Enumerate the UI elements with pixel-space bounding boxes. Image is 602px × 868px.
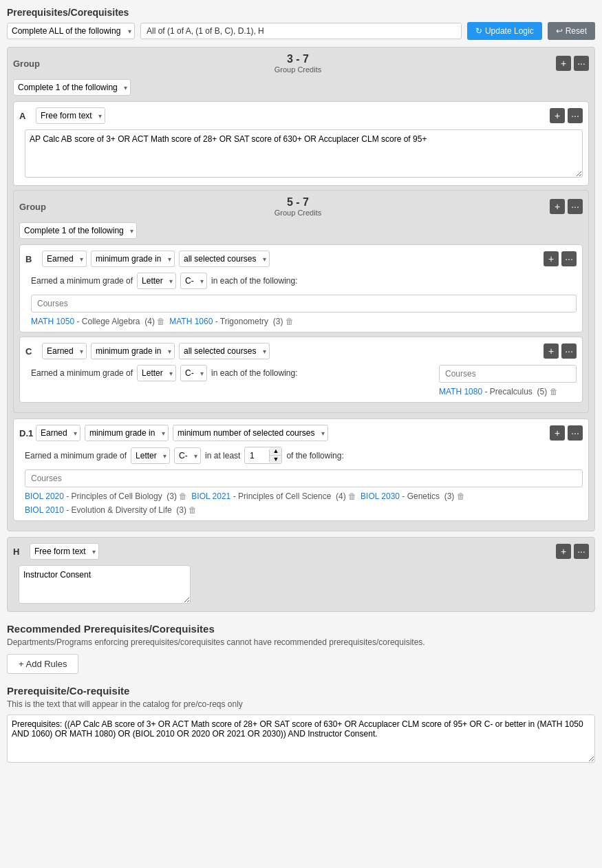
item-b-grade-type-select[interactable]: Letter [137, 273, 176, 289]
recommended-section: Recommended Prerequisites/Corequisites D… [7, 623, 595, 674]
item-d1-earned-select[interactable]: Earned [36, 425, 80, 441]
inner-credits-range: 5 - 7 [275, 196, 321, 209]
item-c-grade-type-wrap[interactable]: Letter [137, 365, 176, 381]
inner-group-more-button[interactable]: ··· [568, 199, 583, 214]
item-a-type-select[interactable]: Free form text [36, 107, 105, 124]
list-item: MATH 1050 - College Algebra (4) 🗑 [31, 317, 165, 326]
item-b-mingrade-select[interactable]: minimum grade in [91, 251, 175, 267]
list-item: BIOL 2030 - Genetics (3) 🗑 [361, 491, 465, 501]
item-b-mingrade-wrap[interactable]: minimum grade in [91, 251, 175, 267]
item-c-add-button[interactable]: + [544, 343, 559, 359]
item-h-buttons: + ··· [556, 544, 589, 559]
list-item: MATH 1080 - Precalculus (5) 🗑 [439, 387, 558, 396]
item-a-textarea[interactable]: AP Calc AB score of 3+ OR ACT Math score… [25, 129, 583, 178]
outer-group-header: Group 3 - 7 Group Credits + ··· [13, 53, 589, 74]
item-a-type-select-wrap[interactable]: Free form text [36, 107, 105, 124]
item-b-earned-wrap[interactable]: Earned [42, 251, 87, 267]
complete-all-select[interactable]: Complete ALL of the following [7, 23, 135, 39]
delete-icon[interactable]: 🗑 [157, 317, 165, 326]
item-d1-grade-value-wrap[interactable]: C- [174, 447, 201, 464]
item-a: A Free form text + ··· AP Calc AB score … [13, 101, 589, 186]
item-b-grade-value-select[interactable]: C- [180, 273, 207, 289]
outer-group-buttons: + ··· [556, 56, 589, 71]
item-b-grade-type-wrap[interactable]: Letter [137, 273, 176, 289]
item-c-grade-prefix: Earned a minimum grade of [31, 368, 133, 378]
inner-complete-select-wrap[interactable]: Complete 1 of the following [19, 222, 137, 239]
item-c-earned-select[interactable]: Earned [42, 343, 87, 359]
item-c-mingrade-wrap[interactable]: minimum grade in [91, 343, 175, 359]
reset-button[interactable]: ↩ Reset [548, 22, 595, 40]
inner-credits-label: Group Credits [275, 209, 321, 217]
catalog-text-area[interactable]: Prerequisites: ((AP Calc AB score of 3+ … [7, 714, 595, 763]
complete-all-select-wrap[interactable]: Complete ALL of the following [7, 23, 135, 39]
item-b-content: Earned a minimum grade of Letter C- in e… [25, 273, 577, 326]
item-a-more-button[interactable]: ··· [568, 108, 583, 123]
delete-icon[interactable]: 🗑 [286, 317, 294, 326]
add-rules-button[interactable]: + Add Rules [7, 654, 78, 674]
inner-group: Group 5 - 7 Group Credits + ··· Complete… [13, 190, 589, 413]
recommended-title: Recommended Prerequisites/Corequisites [7, 623, 595, 635]
item-d1-mingrade-select[interactable]: minimum grade in [85, 425, 169, 441]
item-d1-allsel-wrap[interactable]: minimum number of selected courses [173, 425, 328, 441]
item-b-allsel-select[interactable]: all selected courses [179, 251, 270, 267]
item-c-earned-wrap[interactable]: Earned [42, 343, 87, 359]
item-h-type-select[interactable]: Free form text [30, 543, 99, 560]
delete-icon[interactable]: 🗑 [348, 491, 356, 501]
item-b-more-button[interactable]: ··· [561, 251, 577, 266]
item-c-allsel-select[interactable]: all selected courses [179, 343, 270, 359]
item-h-more-button[interactable]: ··· [574, 544, 589, 559]
item-d1-stepper[interactable]: ▲ ▼ [244, 447, 282, 464]
item-c-grade-value-wrap[interactable]: C- [180, 365, 207, 381]
item-h-textarea[interactable]: Instructor Consent [19, 565, 191, 604]
delete-icon[interactable]: 🗑 [550, 387, 558, 396]
outer-group-label: Group [13, 59, 40, 69]
item-d1-count-input[interactable] [245, 449, 270, 462]
item-c-allsel-wrap[interactable]: all selected courses [179, 343, 270, 359]
item-c-buttons: + ··· [544, 343, 577, 359]
item-b-id: B [25, 254, 38, 264]
item-h-add-button[interactable]: + [556, 544, 571, 559]
item-d1-mingrade-wrap[interactable]: minimum grade in [85, 425, 169, 441]
delete-icon[interactable]: 🗑 [189, 505, 197, 515]
outer-complete-select[interactable]: Complete 1 of the following [13, 79, 131, 96]
outer-complete-select-wrap[interactable]: Complete 1 of the following [13, 79, 131, 96]
item-d1-more-button[interactable]: ··· [568, 425, 583, 441]
item-c-id: C [25, 346, 38, 357]
item-d1-grade-type-wrap[interactable]: Letter [131, 447, 170, 464]
item-d1-grade-type-select[interactable]: Letter [131, 447, 170, 464]
item-b-grade-prefix: Earned a minimum grade of [31, 276, 133, 286]
item-h-header: H Free form text + ··· [13, 543, 589, 560]
item-b-allsel-wrap[interactable]: all selected courses [179, 251, 270, 267]
item-b-grade-suffix: in each of the following: [211, 276, 297, 286]
item-c-grade-value-select[interactable]: C- [180, 365, 207, 381]
item-d1-grade-value-select[interactable]: C- [174, 447, 201, 464]
list-item: BIOL 2010 - Evolution & Diversity of Lif… [25, 505, 197, 515]
item-b-earned-select[interactable]: Earned [42, 251, 87, 267]
item-d1-add-button[interactable]: + [550, 425, 565, 441]
inner-group-add-button[interactable]: + [550, 199, 565, 214]
delete-icon[interactable]: 🗑 [457, 491, 465, 501]
item-c-grade-type-select[interactable]: Letter [137, 365, 176, 381]
item-c-more-button[interactable]: ··· [561, 343, 577, 359]
item-a-id: A [19, 111, 32, 121]
update-logic-button[interactable]: ↻ Update Logic [467, 22, 542, 40]
item-b-grade-value-wrap[interactable]: C- [180, 273, 207, 289]
outer-group-add-button[interactable]: + [556, 56, 571, 71]
inner-complete-select[interactable]: Complete 1 of the following [19, 222, 137, 239]
item-a-add-button[interactable]: + [550, 108, 565, 123]
item-h-type-select-wrap[interactable]: Free form text [30, 543, 99, 560]
item-c-courses-input[interactable] [439, 365, 577, 383]
delete-icon[interactable]: 🗑 [179, 491, 187, 501]
item-b-courses-input[interactable] [31, 295, 577, 313]
item-a-buttons: + ··· [550, 108, 583, 123]
outer-group-more-button[interactable]: ··· [574, 56, 589, 71]
stepper-down-button[interactable]: ▼ [270, 456, 281, 463]
item-b-add-button[interactable]: + [544, 251, 559, 266]
stepper-up-button[interactable]: ▲ [270, 447, 281, 456]
outer-credits-range: 3 - 7 [275, 53, 321, 65]
item-d1-earned-wrap[interactable]: Earned [36, 425, 80, 441]
item-d1-courses-input[interactable] [25, 469, 583, 487]
top-bar: Complete ALL of the following All of (1 … [7, 22, 595, 40]
item-d1-allsel-select[interactable]: minimum number of selected courses [173, 425, 328, 441]
item-c-mingrade-select[interactable]: minimum grade in [91, 343, 175, 359]
